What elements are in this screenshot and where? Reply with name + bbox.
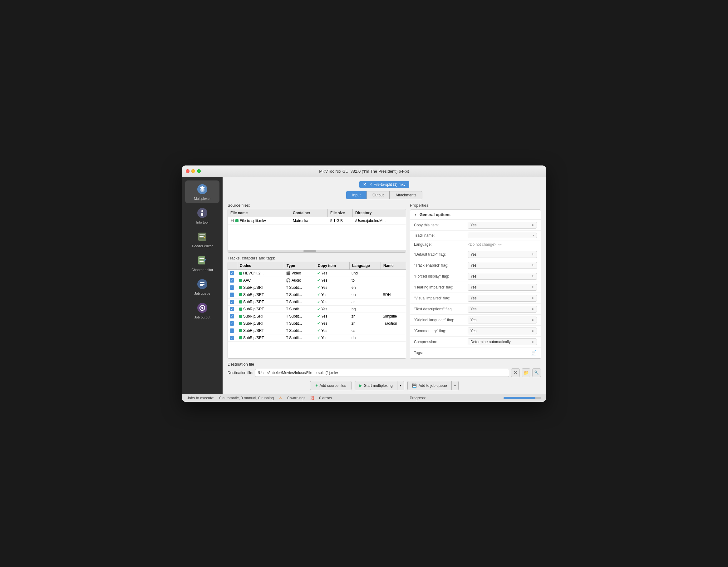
tab-attachments[interactable]: Attachments: [390, 191, 422, 199]
source-files-section: Source files: File name Container File s…: [228, 203, 406, 253]
track-checkbox-7[interactable]: ✓: [228, 320, 237, 327]
track-lang-8: cs: [350, 327, 381, 334]
property-row-copy: Copy this item: Yes ⬍: [410, 220, 541, 231]
action-bar: + Add source files ▶ Start multiplexing …: [228, 381, 541, 390]
sidebar-item-header-editor[interactable]: Header editor: [185, 228, 219, 250]
track-type-6: T Subtit...: [284, 313, 315, 320]
left-panel: Source files: File name Container File s…: [228, 203, 406, 359]
prop-label-trackname: Track name:: [414, 233, 464, 238]
track-copy-9: ✔ Yes: [315, 334, 350, 341]
track-row[interactable]: ✓ SubRip/SRT T Subtit... ✔ Yes: [228, 291, 406, 298]
prop-select-visual[interactable]: Yes ⬍: [468, 295, 537, 302]
destination-browse-button[interactable]: 📁: [522, 368, 530, 377]
track-row[interactable]: ✓ SubRip/SRT T Subtit... ✔ Yes: [228, 313, 406, 320]
main-window: MKVToolNix GUI v82.0 ('I'm The President…: [182, 165, 546, 402]
prop-select-origlang[interactable]: Yes ⬍: [468, 317, 537, 323]
track-row[interactable]: ✓ SubRip/SRT T Subtit... ✔ Yes: [228, 327, 406, 334]
destination-path-input[interactable]: [255, 369, 509, 377]
track-row[interactable]: ✓ SubRip/SRT T Subtit... ✔ Yes: [228, 334, 406, 342]
source-file-row[interactable]: 🎞 File-to-split.mkv Matroska 5.1 GiB /Us…: [228, 217, 406, 225]
track-type-5: T Subtit...: [284, 306, 315, 313]
prop-select-commentary[interactable]: Yes ⬍: [468, 328, 537, 334]
prop-select-trackname[interactable]: ▾: [468, 233, 537, 238]
prop-select-forced[interactable]: Yes ⬍: [468, 273, 537, 280]
track-row[interactable]: ✓ SubRip/SRT T Subtit... ✔ Yes: [228, 284, 406, 291]
warnings-count: 0 warnings: [287, 396, 305, 400]
track-row[interactable]: ✓ HEVC/H.2... 🎬 Video ✔ Yes: [228, 270, 406, 277]
start-mux-button[interactable]: ▶ Start multiplexing: [355, 381, 397, 390]
file-tab[interactable]: ✕ ✕ File-to-split (1).mkv: [359, 181, 409, 188]
sidebar-item-job-queue[interactable]: Job queue: [185, 275, 219, 298]
track-checkbox-3[interactable]: ✓: [228, 291, 237, 298]
track-row[interactable]: ✓ AAC 🎧 Audio ✔ Yes to: [228, 277, 406, 284]
sidebar-item-job-output[interactable]: Job output: [185, 299, 219, 322]
tags-browse-icon[interactable]: 📄: [530, 349, 537, 356]
info-tool-icon: [196, 207, 209, 219]
updown-icon: ⬍: [532, 224, 534, 227]
destination-clear-button[interactable]: ✕: [511, 368, 520, 377]
sidebar-item-info-tool[interactable]: Info tool: [185, 204, 219, 227]
prop-select-enabled[interactable]: Yes ⬍: [468, 262, 537, 269]
track-name-2: [381, 284, 406, 291]
destination-options-button[interactable]: 🔧: [532, 368, 541, 377]
prop-select-textdesc[interactable]: Yes ⬍: [468, 306, 537, 313]
prop-label-hearing: "Hearing impaired" flag:: [414, 285, 464, 289]
language-value: <Do not change>: [468, 242, 496, 247]
close-button[interactable]: [186, 169, 189, 173]
col-container: Container: [290, 209, 328, 217]
track-codec-5: SubRip/SRT: [237, 306, 284, 313]
sidebar-item-multiplexer[interactable]: Multiplexer: [185, 180, 219, 203]
col-type: Type: [284, 262, 315, 269]
chevron-down-icon: ▾: [533, 234, 534, 237]
updown-icon: ⬍: [532, 318, 534, 322]
minimize-button[interactable]: [191, 169, 195, 173]
track-name-3: SDH: [381, 291, 406, 298]
prop-select-default[interactable]: Yes ⬍: [468, 251, 537, 258]
tab-input[interactable]: Input: [346, 191, 366, 199]
track-checkbox-0[interactable]: ✓: [228, 270, 237, 277]
track-checkbox-5[interactable]: ✓: [228, 306, 237, 313]
track-checkbox-4[interactable]: ✓: [228, 298, 237, 305]
add-source-button[interactable]: + Add source files: [310, 381, 351, 390]
track-row[interactable]: ✓ SubRip/SRT T Subtit... ✔ Yes: [228, 320, 406, 327]
prop-select-copy[interactable]: Yes ⬍: [468, 222, 537, 229]
track-checkbox-1[interactable]: ✓: [228, 277, 237, 284]
track-row[interactable]: ✓ SubRip/SRT T Subtit... ✔ Yes: [228, 306, 406, 313]
prop-label-enabled: "Track enabled" flag:: [414, 263, 464, 268]
track-codec-2: SubRip/SRT: [237, 284, 284, 291]
property-row-commentary: "Commentary" flag: Yes ⬍: [410, 326, 541, 337]
general-options-header: ▼ General options: [410, 210, 541, 220]
start-mux-play-icon: ▶: [359, 383, 362, 388]
property-row-hearing: "Hearing impaired" flag: Yes ⬍: [410, 282, 541, 293]
track-checkbox-8[interactable]: ✓: [228, 327, 237, 334]
updown-icon: ⬍: [532, 308, 534, 311]
source-scrollbar-thumb: [303, 250, 316, 252]
prop-value-language: <Do not change> ✏: [468, 242, 537, 247]
source-cell-directory: /Users/jabeler/M...: [353, 217, 406, 224]
tab-output[interactable]: Output: [366, 191, 390, 199]
track-checkbox-6[interactable]: ✓: [228, 313, 237, 320]
add-job-icon: 💾: [412, 383, 417, 388]
track-copy-0: ✔ Yes: [315, 270, 350, 277]
sidebar-item-chapter-editor[interactable]: Chapter editor: [185, 252, 219, 274]
add-job-button[interactable]: 💾 Add to job queue: [407, 381, 452, 390]
file-status-indicator: [235, 219, 239, 222]
start-mux-dropdown-button[interactable]: ▾: [397, 381, 404, 390]
edit-language-icon[interactable]: ✏: [498, 242, 502, 247]
tracks-section: Tracks, chapters and tags: Codec Type Co…: [228, 256, 406, 359]
track-checkbox-2[interactable]: ✓: [228, 284, 237, 291]
add-job-dropdown-button[interactable]: ▾: [452, 381, 459, 390]
svg-rect-13: [200, 282, 204, 283]
destination-section: Destination file Destination file: ✕ 📁 🔧: [228, 362, 541, 377]
collapse-arrow-icon[interactable]: ▼: [414, 213, 417, 216]
track-row[interactable]: ✓ SubRip/SRT T Subtit... ✔ Yes: [228, 298, 406, 306]
file-tab-close[interactable]: ✕: [363, 182, 366, 187]
prop-select-compression[interactable]: Determine automatically ⬍: [468, 338, 537, 345]
prop-select-hearing[interactable]: Yes ⬍: [468, 284, 537, 291]
track-checkbox-9[interactable]: ✓: [228, 334, 237, 341]
track-codec-6: SubRip/SRT: [237, 313, 284, 320]
col-check: [228, 262, 237, 269]
col-language: Language: [350, 262, 381, 269]
source-scrollbar[interactable]: [228, 250, 406, 252]
maximize-button[interactable]: [197, 169, 201, 173]
